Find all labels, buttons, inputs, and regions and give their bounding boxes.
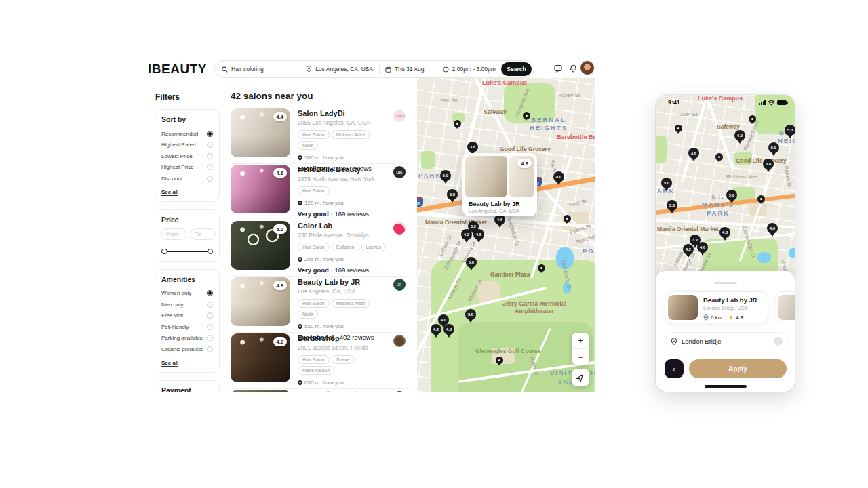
user-avatar[interactable] — [580, 61, 594, 75]
map-pin[interactable] — [715, 153, 723, 161]
map-pin[interactable] — [538, 264, 545, 272]
map-pin[interactable]: 5.0 — [768, 142, 779, 153]
map-pin[interactable]: 4.2 — [431, 324, 441, 335]
map-pin[interactable]: 3.8 — [667, 200, 677, 211]
map-pin[interactable]: 4.6 — [443, 324, 454, 335]
salon-card[interactable]: 4.4 Salon LadyDi 2055 Los Angeles, CA, U… — [231, 108, 411, 164]
apply-button[interactable]: Apply — [689, 359, 787, 378]
map-pin[interactable]: 3.8 — [763, 159, 774, 169]
chat-icon — [554, 64, 562, 73]
sort-option[interactable]: Highest Rated — [161, 140, 213, 151]
phone-salon-card[interactable]: Beauty Lab by JR London Bridje, USA 6 km… — [665, 291, 768, 323]
salon-card[interactable]: 4.6 HelloBelle Beauty 2975 North Avenue,… — [231, 165, 411, 220]
sheet-drag-handle[interactable] — [714, 282, 737, 284]
map-pin[interactable] — [523, 112, 530, 119]
radio-button[interactable] — [207, 153, 213, 159]
radio-button[interactable] — [207, 131, 213, 137]
salon-card[interactable]: Barbershop · — [231, 390, 411, 392]
map-pin[interactable]: 4.0 — [734, 130, 745, 141]
phone-location-input[interactable]: London Bridje × — [665, 332, 789, 350]
date-field[interactable]: Thu 31 Aug — [385, 66, 437, 73]
pin-rating: 3.2 — [692, 238, 698, 242]
amenity-option[interactable]: Free Wifi — [161, 310, 213, 322]
search-button[interactable]: Search — [501, 62, 532, 76]
map-pin[interactable]: 3.6 — [688, 148, 699, 159]
map-label: Banks St — [783, 165, 793, 188]
messages-button[interactable] — [553, 64, 563, 73]
map-pin[interactable] — [757, 195, 765, 203]
signal-icon — [760, 100, 766, 105]
map-pin[interactable]: 5.0 — [661, 178, 672, 188]
salon-logo-text: LadyDi — [394, 115, 404, 118]
amenity-option[interactable]: Organic products — [161, 344, 213, 355]
salon-card[interactable]: 5.0 Color Lab 730 Pride Avenue, Brooklyn… — [231, 221, 411, 277]
location-field[interactable]: Los Angeles, CA, USA — [306, 66, 379, 73]
radio-button[interactable] — [207, 335, 213, 341]
salon-photo — [778, 295, 795, 320]
salon-results-list[interactable]: 42 salons near you 4.4 Salon LadyDi 2055… — [231, 89, 411, 392]
map-pin[interactable]: 4.0 — [767, 223, 778, 234]
map-pin[interactable]: 4.6 — [697, 242, 708, 253]
clear-input-button[interactable]: × — [774, 337, 783, 346]
phone-map[interactable]: Luke's Campus29th StSafewayProspect AveB… — [656, 95, 795, 278]
back-button[interactable]: ‹ — [665, 359, 684, 378]
map-label: Good Life Grocery — [736, 157, 787, 164]
slider-max-handle[interactable] — [208, 249, 214, 255]
map-pin[interactable]: 5.0 — [726, 190, 737, 201]
amenity-option[interactable]: Women only — [161, 288, 213, 300]
map-panel[interactable]: Luke's Campus29th StSafewayProspect AveR… — [417, 78, 595, 392]
map-pin[interactable]: 4.2 — [461, 229, 472, 240]
map-pin[interactable]: 5.0 — [440, 170, 451, 181]
radio-button[interactable] — [207, 324, 213, 330]
sort-option[interactable]: Discount — [161, 173, 213, 184]
notifications-button[interactable] — [568, 64, 578, 73]
map-pin[interactable]: 4.6 — [473, 229, 484, 240]
map-pin[interactable]: 3.8 — [465, 309, 476, 320]
map-pin[interactable]: 4.0 — [553, 171, 564, 182]
radio-button[interactable] — [207, 346, 213, 352]
map-pin[interactable] — [496, 357, 503, 364]
zoom-out-button[interactable]: − — [572, 349, 589, 365]
radio-button[interactable] — [207, 164, 213, 170]
salon-logo: JR — [393, 279, 406, 291]
radio-button[interactable] — [207, 312, 213, 319]
sort-option[interactable]: Highest Price — [161, 162, 213, 174]
map-pin[interactable]: 4.8 — [719, 227, 730, 238]
zoom-in-button[interactable]: + — [572, 333, 589, 349]
price-to-input[interactable] — [191, 228, 216, 240]
sort-option[interactable]: Lowest Price — [161, 150, 213, 162]
map-pin[interactable]: 5.0 — [466, 257, 477, 268]
map-pin[interactable] — [749, 115, 756, 123]
amenity-option[interactable]: Pet-friendly — [161, 321, 213, 333]
map-pin[interactable] — [564, 215, 571, 222]
salon-address: 2055 Los Angeles, CA, USA — [298, 119, 391, 126]
map-salon-popup[interactable]: 4.8 Beauty Lab by JR Los Angeles, CA, US… — [462, 153, 537, 216]
time-field[interactable]: 2:00pm - 3:00pm — [443, 66, 501, 73]
radio-button[interactable] — [207, 302, 213, 308]
map-pin[interactable] — [454, 120, 461, 127]
phone-salon-card-partial[interactable] — [774, 291, 795, 323]
radio-button[interactable] — [207, 290, 213, 296]
amenity-option[interactable]: Men only — [161, 299, 213, 310]
map-pin[interactable]: 4.2 — [683, 244, 694, 255]
map-pin[interactable]: 3.8 — [467, 142, 478, 152]
salon-photo: 4.8 — [231, 277, 290, 326]
amenities-see-all-link[interactable]: See all — [161, 360, 178, 367]
salon-card[interactable]: 4.8 Beauty Lab by JR Los Angeles, CA, US… — [231, 277, 411, 333]
map-pin[interactable]: 3.8 — [447, 189, 458, 200]
radio-button[interactable] — [207, 176, 213, 182]
map-pin[interactable]: 5.0 — [785, 125, 795, 136]
radio-button[interactable] — [207, 142, 213, 148]
search-query-field[interactable]: Hair coloring — [222, 66, 300, 73]
amenities-title: Amenities — [161, 275, 213, 283]
slider-min-handle[interactable] — [161, 249, 167, 255]
service-tag: Shave — [332, 355, 355, 364]
locate-me-button[interactable] — [572, 369, 589, 386]
salon-card[interactable]: 4.2 Barbershop 2001 Jacobs Street, Flori… — [231, 333, 411, 389]
price-from-input[interactable] — [161, 228, 186, 240]
salon-logo-text: LBK — [396, 171, 402, 174]
amenity-option[interactable]: Parking available — [161, 333, 213, 344]
sort-option[interactable]: Recommended — [161, 128, 213, 140]
map-pin[interactable] — [675, 125, 682, 132]
sort-see-all-link[interactable]: See all — [161, 189, 178, 196]
